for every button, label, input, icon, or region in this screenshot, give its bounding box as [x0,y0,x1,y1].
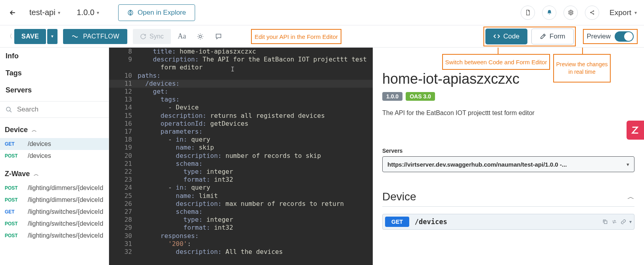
search-icon [6,106,12,113]
sidebar-search[interactable] [0,101,109,118]
code-line[interactable]: 12 get: [109,88,373,96]
method-label: GET [5,209,22,215]
path-label: /lighting/switches/{deviceId [28,232,103,239]
server-dropdown[interactable]: https://virtserver.dev.swaggerhub.com/na… [382,156,634,172]
code-line[interactable]: 23 format: int32 [109,176,373,184]
copy-icon[interactable] [602,219,608,225]
code-line[interactable]: 18 - in: query [109,136,373,144]
notifications-button[interactable] [542,6,556,20]
sidebar-endpoint[interactable]: POST/lighting/dimmers/{deviceId [0,194,109,206]
sidebar-group-z-wave[interactable]: Z-Wave︿ [0,166,109,182]
svg-point-1 [570,12,571,13]
comments-button[interactable] [211,29,226,44]
document-icon-button[interactable] [521,6,535,20]
path-label: /lighting/switches/{deviceId [28,208,103,215]
annotation-form-editor: Edit your API in the Form Editor [251,29,341,44]
sidebar-tags[interactable]: Tags [0,65,109,82]
code-line[interactable]: 25 name: limit [109,192,373,200]
code-line[interactable]: 21 schema: [109,160,373,168]
search-input[interactable] [17,106,103,113]
code-line[interactable]: 9 description: The API for the EatBacon … [109,56,373,63]
path-label: /lighting/switches/{deviceId [28,220,103,227]
code-line[interactable]: 17 parameters: [109,128,373,136]
sidebar-servers[interactable]: Servers [0,82,109,99]
operation-path: /devices [415,218,597,226]
sidebar-endpoint[interactable]: GET/devices [0,138,109,150]
preview-description: The API for the EatBacon IOT projecttt t… [382,109,634,117]
svg-point-6 [6,107,10,111]
preview-toggle-group: Preview [583,29,638,44]
pactflow-button[interactable]: PACTFLOW [63,29,127,44]
path-label: /devices [28,152,51,159]
code-line[interactable]: 24 - in: query [109,184,373,192]
code-line[interactable]: 16 operationId: getDevices [109,120,373,128]
collapse-sidebar-button[interactable]: 〈 [5,33,14,40]
save-button[interactable]: SAVE [14,29,46,44]
code-line[interactable]: 27 schema: [109,208,373,216]
code-line[interactable]: 32 description: All the devices [109,248,373,256]
chevron-up-icon: ︿ [627,192,634,202]
version-text: 1.0.0 [77,8,94,17]
export-dropdown[interactable]: Export▾ [610,8,637,17]
sidebar-endpoint[interactable]: POST/lighting/switches/{deviceId [0,218,109,230]
path-label: /lighting/dimmers/{deviceId [28,196,103,204]
path-label: /devices [28,140,51,148]
sidebar-info[interactable]: Info [0,48,109,65]
sidebar-endpoint[interactable]: POST/devices [0,150,109,162]
save-dropdown-button[interactable]: ▾ [47,29,58,44]
code-line[interactable]: 31 '200': [109,240,373,248]
form-view-button[interactable]: Form [531,29,574,44]
svg-rect-7 [604,221,607,224]
chevron-up-icon: ︿ [34,171,39,178]
version-dropdown[interactable]: 1.0.0▾ [77,8,99,17]
explore-label: Open in Explore [138,9,186,17]
sidebar-endpoint[interactable]: POST/lighting/switches/{deviceId [0,230,109,242]
chevron-down-icon: ▾ [97,10,99,15]
preview-operation-row[interactable]: GET /devices ▾ [382,214,634,230]
text-style-button[interactable]: Aa [175,29,189,44]
sync-label: Sync [150,33,164,40]
preview-label: Preview [587,33,611,40]
code-line[interactable]: 10paths: [109,72,373,80]
floating-help-button[interactable] [627,121,644,140]
code-line[interactable]: 22 type: integer [109,168,373,176]
code-line[interactable]: 28 type: integer [109,216,373,224]
chevron-down-icon[interactable]: ▾ [629,219,632,225]
code-line[interactable]: 13 tags: [109,96,373,104]
share-button[interactable] [585,6,599,20]
code-line[interactable]: 15 description: returns all registered d… [109,112,373,120]
preview-toggle[interactable] [615,31,634,42]
code-view-button[interactable]: Code [485,29,527,44]
chevron-down-icon: ▾ [634,10,637,15]
swap-icon[interactable] [611,219,617,225]
code-line[interactable]: form editor [109,63,373,71]
api-name-text: test-api [29,8,56,17]
code-line[interactable]: 20 description: number of records to ski… [109,152,373,160]
pactflow-label: PACTFLOW [83,33,119,40]
link-icon[interactable] [621,219,626,225]
path-label: /lighting/dimmers/{deviceId [28,184,103,192]
open-in-explore-button[interactable]: Open in Explore [118,4,195,21]
method-label: POST [5,185,22,191]
code-line[interactable]: 11 /devices: [109,80,373,88]
sidebar-group-device[interactable]: Device︿ [0,122,109,138]
code-editor[interactable]: 8 title: home-iot-apiaszxczxc9 descripti… [109,48,373,265]
sync-button: Sync [133,29,171,44]
back-arrow[interactable] [7,7,18,18]
code-line[interactable]: 30 responses: [109,232,373,240]
code-line[interactable]: 19 name: skip [109,144,373,152]
form-label: Form [550,33,565,40]
settings-gear-button[interactable] [564,6,578,20]
code-line[interactable]: 8 title: home-iot-apiaszxczxc [109,48,373,56]
code-line[interactable]: 29 format: int32 [109,224,373,232]
theme-toggle-button[interactable] [193,29,207,44]
annotation-preview: Preview the changes in real time [553,54,611,83]
sidebar-endpoint[interactable]: POST/lighting/dimmers/{deviceId [0,182,109,194]
api-name-dropdown[interactable]: test-api▾ [29,8,60,17]
code-line[interactable]: 14 - Device [109,104,373,111]
code-line[interactable]: 26 description: max number of records to… [109,200,373,208]
sidebar-endpoint[interactable]: GET/lighting/switches/{deviceId [0,206,109,218]
code-label: Code [503,33,519,40]
preview-group-device[interactable]: Device ︿ [382,190,634,207]
version-badge: 1.0.0 [382,92,402,101]
